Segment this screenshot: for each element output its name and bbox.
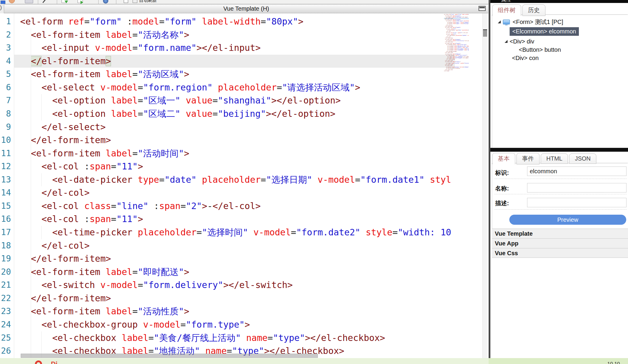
line-number: 24 — [0, 318, 14, 331]
code-line[interactable]: <el-checkbox-group v-model="form.type"> — [14, 318, 455, 331]
expand-triangle-icon[interactable] — [505, 40, 508, 43]
line-number: 21 — [0, 279, 14, 292]
component-tree: <Form> 测试1 [PC]<Elcommon> elcommon<Div> … — [492, 14, 628, 148]
auto-checkbox[interactable] — [124, 0, 128, 3]
line-number: 9 — [0, 121, 14, 134]
code-line[interactable]: <el-form-item label="活动名称"> — [14, 28, 455, 42]
code-line[interactable]: <el-form-item label="活动区域"> — [14, 68, 455, 81]
accordion-section-vue-template[interactable]: Vue Template — [492, 229, 628, 238]
line-number: 7 — [0, 94, 14, 107]
line-number: 22 — [0, 292, 14, 305]
code-line[interactable]: <el-checkbox label="美食/餐厅线上活动" name="typ… — [14, 331, 455, 345]
code-line[interactable]: <el-form-item label="即时配送"> — [14, 266, 455, 279]
minimap[interactable]: <el-form ref="form" :model="form" label-… — [444, 14, 469, 77]
line-number: 12 — [0, 160, 14, 173]
code-line[interactable]: <el-option label="区域一" value="shanghai">… — [14, 94, 455, 107]
field-input[interactable] — [527, 183, 627, 192]
line-number: 20 — [0, 266, 14, 279]
page-icon — [133, 0, 137, 3]
code-line[interactable]: <el-option label="区域二" value="beijing"><… — [14, 107, 455, 121]
accordion-label: Vue Css — [495, 250, 628, 257]
window-edge-fragment: ) — [0, 4, 4, 13]
preview-button[interactable]: Preview — [509, 215, 626, 225]
vertical-scrollbar[interactable] — [482, 13, 487, 358]
code-line[interactable]: <el-form-item label="活动时间"> — [14, 147, 455, 160]
tree-tabbar: 组件树历史 — [492, 4, 547, 15]
status-bar-left — [0, 358, 489, 364]
print-icon[interactable] — [25, 0, 33, 3]
code-editor-region: 自动刷新 ) Vue Template (H) 1234567891011121… — [0, 0, 489, 358]
expand-triangle-icon[interactable] — [498, 20, 501, 23]
collapse-panel-icon[interactable] — [479, 6, 486, 11]
field-input[interactable] — [527, 166, 627, 176]
status-bar: Di 10.10 — [0, 358, 628, 364]
code-line[interactable]: <el-select v-model="form.region" placeho… — [14, 81, 455, 94]
code-line[interactable]: <el-col class="line" :span="2">-</el-col… — [14, 200, 455, 213]
horizontal-scrollbar-thumb[interactable] — [21, 354, 318, 358]
tab-历史[interactable]: 历史 — [522, 4, 545, 16]
tree-item[interactable]: <Form> 测试1 [PC] — [492, 18, 628, 26]
line-number: 16 — [0, 213, 14, 226]
tab-组件树[interactable]: 组件树 — [492, 4, 521, 16]
props-tabbar: 基本事件HTMLJSON — [492, 153, 598, 163]
code-line[interactable]: </el-form-item> — [14, 55, 455, 68]
code-line[interactable]: <el-form-item label="活动性质"> — [14, 305, 455, 318]
vertical-scrollbar-thumb[interactable] — [483, 29, 487, 37]
line-number: 5 — [0, 68, 14, 81]
code-lines[interactable]: <el-form ref="form" :model="form" label-… — [14, 13, 455, 358]
editor-title: Vue Template (H) — [4, 4, 488, 13]
line-number: 11 — [0, 147, 14, 160]
tree-item-label: <Elcommon> elcommon — [510, 27, 579, 36]
tab-事件[interactable]: 事件 — [516, 153, 540, 164]
globe-icon[interactable] — [103, 0, 108, 4]
code-line[interactable]: <el-date-picker type="date" placeholder=… — [14, 173, 455, 187]
tab-HTML[interactable]: HTML — [541, 153, 568, 164]
pen-icon[interactable] — [43, 0, 46, 3]
tree-item[interactable]: <Div> con — [492, 54, 628, 62]
field-separator — [495, 179, 627, 179]
code-line[interactable]: <el-input v-model="form.name"></el-input… — [14, 41, 455, 55]
save-icon[interactable] — [1, 1, 5, 4]
properties-panel: 属性 组件树历史 <Form> 测试1 [PC]<Elcommon> elcom… — [490, 0, 628, 358]
tab-基本[interactable]: 基本 — [492, 153, 515, 164]
tree-item-label: <Form> 测试1 [PC] — [513, 18, 563, 26]
field-label: 标识: — [495, 169, 509, 177]
line-number: 23 — [0, 305, 14, 318]
code-line[interactable]: <el-time-picker placeholder="选择时间" v-mod… — [14, 226, 455, 239]
code-line[interactable]: </el-form-item> — [14, 292, 455, 305]
field-label: 名称: — [495, 185, 509, 192]
code-line[interactable]: </el-select> — [14, 121, 455, 134]
panel-splitter[interactable] — [490, 148, 628, 152]
line-number: 1 — [0, 15, 14, 28]
panel-header: 属性 — [490, 0, 628, 3]
status-time-text: 10.10 — [607, 361, 620, 364]
code-line[interactable]: <el-form ref="form" :model="form" label-… — [14, 15, 455, 28]
code-line[interactable]: <el-col :span="11"> — [14, 213, 455, 226]
tree-item[interactable]: <Div> div — [492, 37, 628, 46]
code-line[interactable]: </el-col> — [14, 186, 455, 200]
code-line[interactable]: </el-form-item> — [14, 252, 455, 266]
field-label: 描述: — [495, 199, 509, 207]
basic-props-box: Preview 标识:名称:描述: — [492, 163, 628, 229]
editor-title-bar: Vue Template (H) — [4, 4, 488, 13]
field-separator — [495, 209, 627, 210]
code-line[interactable]: <el-switch v-model="form.delivery"></el-… — [14, 279, 455, 292]
line-number: 19 — [0, 252, 14, 266]
code-line[interactable]: </el-col> — [14, 239, 455, 253]
auto-label: 自动刷新 — [139, 0, 157, 3]
code-line[interactable]: </el-form-item> — [14, 134, 455, 147]
undo-icon[interactable] — [9, 0, 15, 3]
line-number: 15 — [0, 200, 14, 213]
minimap-line: </el-form> — [444, 70, 469, 72]
code-line[interactable]: <el-col :span="11"> — [14, 160, 455, 173]
tree-item[interactable]: <Elcommon> elcommon — [492, 27, 628, 35]
accordion-section-vue-app[interactable]: Vue App — [492, 238, 628, 248]
tree-item[interactable]: <Button> button — [492, 46, 628, 54]
tab-JSON[interactable]: JSON — [569, 153, 596, 164]
code-area[interactable]: 1234567891011121314151617181920212223242… — [0, 13, 489, 358]
accordion-section-vue-css[interactable]: Vue Css — [492, 248, 628, 258]
field-input[interactable] — [527, 198, 627, 207]
monitor-icon — [503, 20, 510, 25]
line-number: 4 — [0, 55, 14, 68]
line-number: 14 — [0, 186, 14, 200]
